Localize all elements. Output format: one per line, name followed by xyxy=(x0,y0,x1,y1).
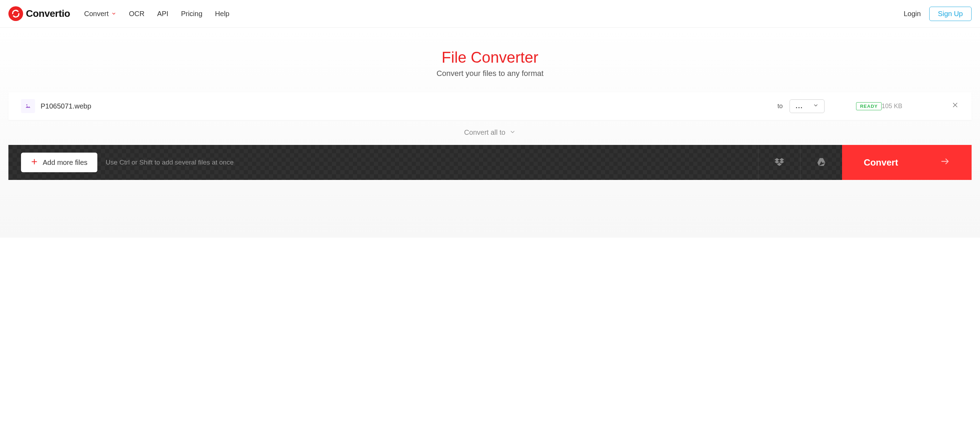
login-link[interactable]: Login xyxy=(904,10,921,18)
close-icon xyxy=(951,101,959,109)
header: Convertio Convert OCR API Pricing Help L… xyxy=(0,0,980,28)
file-thumbnail-icon xyxy=(21,99,35,113)
add-more-files-button[interactable]: Add more files xyxy=(21,152,97,172)
format-placeholder: ... xyxy=(795,103,803,110)
logo-icon xyxy=(8,6,23,21)
nav-help[interactable]: Help xyxy=(215,10,229,18)
nav-ocr[interactable]: OCR xyxy=(129,10,144,18)
remove-file-button[interactable] xyxy=(951,101,959,111)
nav-convert[interactable]: Convert xyxy=(84,10,116,18)
dropbox-button[interactable] xyxy=(758,145,800,180)
google-drive-icon xyxy=(816,157,827,168)
svg-point-0 xyxy=(26,104,27,105)
signup-button[interactable]: Sign Up xyxy=(929,6,972,21)
convert-all-row[interactable]: Convert all to xyxy=(8,120,972,145)
action-bar: Add more files Use Ctrl or Shift to add … xyxy=(8,145,972,180)
main: File Converter Convert your files to any… xyxy=(0,28,980,238)
hint-text: Use Ctrl or Shift to add several files a… xyxy=(106,159,234,166)
file-row: P1065071.webp to ... READY 105 KB xyxy=(8,92,972,120)
plus-icon xyxy=(31,157,38,167)
nav: Convert OCR API Pricing Help xyxy=(84,10,229,18)
arrow-right-icon xyxy=(940,156,950,169)
dropbox-icon xyxy=(774,157,785,168)
logo-text: Convertio xyxy=(26,8,70,19)
logo[interactable]: Convertio xyxy=(8,6,70,21)
status-badge: READY xyxy=(856,102,881,110)
add-more-files-label: Add more files xyxy=(43,159,88,167)
header-right: Login Sign Up xyxy=(904,6,972,21)
title-area: File Converter Convert your files to any… xyxy=(8,49,972,78)
page-title: File Converter xyxy=(8,49,972,66)
to-label: to xyxy=(777,103,783,110)
nav-pricing[interactable]: Pricing xyxy=(181,10,202,18)
add-files-section: Add more files Use Ctrl or Shift to add … xyxy=(8,145,758,180)
convert-all-label: Convert all to xyxy=(464,129,506,137)
file-size: 105 KB xyxy=(881,103,902,110)
chevron-down-icon xyxy=(813,103,819,110)
chevron-down-icon xyxy=(509,129,516,137)
file-name: P1065071.webp xyxy=(41,102,91,110)
page-subtitle: Convert your files to any format xyxy=(8,69,972,78)
nav-convert-label: Convert xyxy=(84,10,108,18)
header-left: Convertio Convert OCR API Pricing Help xyxy=(8,6,229,21)
format-select[interactable]: ... xyxy=(789,99,824,113)
chevron-down-icon xyxy=(111,10,116,18)
convert-button-label: Convert xyxy=(864,157,898,168)
nav-api[interactable]: API xyxy=(157,10,169,18)
convert-button[interactable]: Convert xyxy=(842,145,972,180)
google-drive-button[interactable] xyxy=(800,145,842,180)
